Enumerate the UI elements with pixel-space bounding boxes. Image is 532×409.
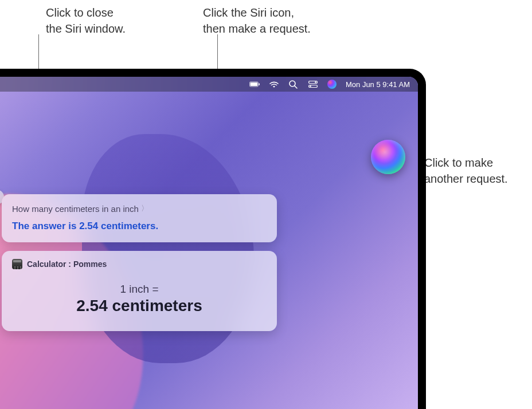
conversion-output: 2.54 centimeters — [12, 297, 267, 315]
control-center-icon[interactable] — [308, 80, 318, 89]
card-header: Calculator : Pommes — [12, 259, 267, 269]
svg-point-8 — [310, 85, 311, 87]
battery-icon[interactable] — [249, 80, 260, 89]
svg-rect-2 — [259, 83, 260, 85]
chevron-right-icon: 〉 — [141, 203, 148, 214]
siri-query-row[interactable]: How many centimeters in an inch 〉 — [12, 203, 267, 214]
screen: Mon Jun 5 9:41 AM How many centimeters i… — [0, 77, 418, 409]
svg-rect-1 — [250, 82, 257, 86]
screen-bezel: Mon Jun 5 9:41 AM How many centimeters i… — [0, 69, 426, 409]
conversion-input: 1 inch = — [12, 283, 267, 296]
svg-line-4 — [295, 86, 297, 88]
device-frame: Mon Jun 5 9:41 AM How many centimeters i… — [0, 69, 532, 409]
card-header-text: Calculator : Pommes — [27, 259, 107, 269]
wifi-icon[interactable] — [269, 80, 279, 89]
result-block: 1 inch = 2.54 centimeters — [12, 283, 267, 315]
calculator-icon — [12, 259, 22, 269]
siri-orb-button[interactable] — [371, 140, 405, 174]
svg-point-6 — [315, 81, 316, 83]
menu-bar: Mon Jun 5 9:41 AM — [0, 77, 418, 92]
callout-siri-label: Click the Siri icon,then make a request. — [203, 5, 311, 37]
siri-menubar-icon[interactable] — [327, 80, 337, 89]
siri-result-card: How many centimeters in an inch 〉 The an… — [2, 194, 277, 242]
siri-answer-text: The answer is 2.54 centimeters. — [12, 221, 267, 232]
siri-calculator-card: Calculator : Pommes 1 inch = 2.54 centim… — [2, 251, 277, 331]
callout-close-label: Click to closethe Siri window. — [46, 5, 126, 37]
menubar-datetime[interactable]: Mon Jun 5 9:41 AM — [346, 80, 410, 89]
spotlight-icon[interactable] — [288, 80, 299, 89]
siri-query-text: How many centimeters in an inch — [12, 204, 139, 214]
